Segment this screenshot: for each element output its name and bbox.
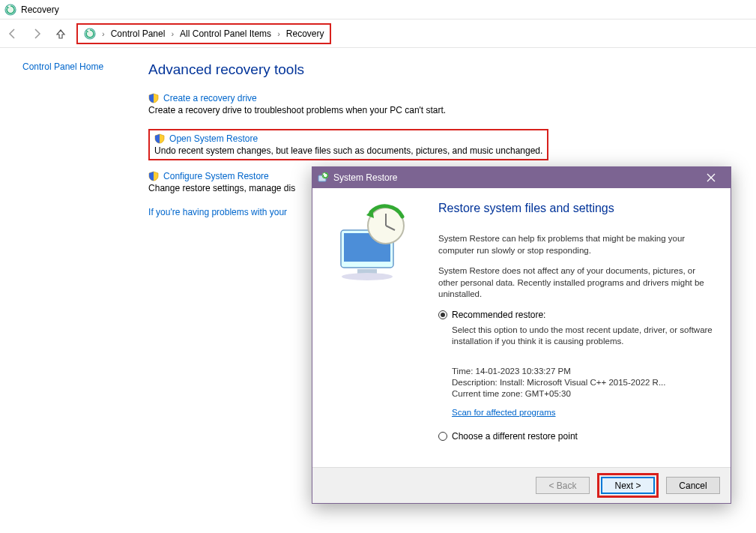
close-button[interactable]	[696, 167, 726, 188]
control-panel-home-link[interactable]: Control Panel Home	[22, 61, 103, 72]
window-title: Recovery	[21, 4, 59, 15]
recovery-breadcrumb-icon	[84, 28, 96, 40]
tool-description: Undo recent system changes, but leave fi…	[154, 145, 542, 156]
dialog-body: Restore system files and settings System…	[312, 188, 731, 467]
breadcrumb: › Control Panel › All Control Panel Item…	[76, 23, 331, 44]
breadcrumb-item[interactable]: Recovery	[286, 28, 324, 39]
radio-description: Select this option to undo the most rece…	[452, 325, 716, 348]
nav-forward-icon[interactable]	[28, 25, 45, 42]
system-restore-illustration	[327, 202, 417, 284]
chevron-right-icon: ›	[100, 29, 106, 38]
restore-timezone-label: Current time zone: GMT+05:30	[452, 389, 716, 398]
recovery-window-icon	[4, 4, 16, 16]
system-restore-dialog: System Restore Restore system files and …	[312, 166, 731, 504]
close-icon	[707, 173, 716, 182]
radio-icon	[438, 310, 447, 319]
nav-back-icon[interactable]	[4, 25, 21, 42]
dialog-heading: Restore system files and settings	[438, 202, 716, 215]
shield-icon	[148, 93, 159, 103]
tool-block-open-system-restore: Open System Restore Undo recent system c…	[148, 129, 548, 160]
tool-block-create-recovery-drive: Create a recovery drive Create a recover…	[148, 93, 734, 115]
restore-description-label: Description: Install: Microsoft Visual C…	[452, 378, 716, 387]
svg-point-7	[342, 273, 393, 280]
dialog-paragraph: System Restore does not affect any of yo…	[438, 265, 716, 301]
tool-description: Create a recovery drive to troubleshoot …	[148, 105, 734, 115]
sidebar: Control Panel Home	[22, 61, 103, 217]
nav-row: › Control Panel › All Control Panel Item…	[0, 19, 756, 48]
open-system-restore-link[interactable]: Open System Restore	[169, 133, 258, 144]
radio-label: Recommended restore:	[452, 310, 545, 320]
breadcrumb-item[interactable]: Control Panel	[111, 28, 166, 39]
next-button[interactable]: Next >	[601, 477, 655, 494]
create-recovery-drive-link[interactable]: Create a recovery drive	[163, 93, 257, 103]
help-link[interactable]: If you're having problems with your	[148, 207, 287, 217]
radio-recommended-restore[interactable]: Recommended restore:	[438, 310, 716, 320]
breadcrumb-item[interactable]: All Control Panel Items	[180, 28, 271, 39]
restore-time-label: Time: 14-01-2023 10:33:27 PM	[452, 367, 716, 376]
radio-label: Choose a different restore point	[452, 431, 578, 442]
shield-icon	[148, 171, 159, 181]
scan-affected-programs-link[interactable]: Scan for affected programs	[452, 408, 556, 417]
cancel-button[interactable]: Cancel	[666, 477, 720, 494]
dialog-illustration-pane	[327, 202, 425, 467]
radio-different-restore-point[interactable]: Choose a different restore point	[438, 431, 716, 442]
chevron-right-icon: ›	[276, 29, 282, 38]
shield-icon	[154, 133, 165, 144]
dialog-footer: < Back Next > Cancel	[312, 467, 731, 503]
radio-icon	[438, 432, 447, 441]
system-restore-dialog-icon	[317, 172, 329, 184]
nav-up-icon[interactable]	[52, 25, 69, 42]
dialog-title: System Restore	[333, 172, 692, 183]
dialog-paragraph: System Restore can help fix problems tha…	[438, 233, 716, 256]
next-button-highlight: Next >	[597, 473, 659, 498]
configure-system-restore-link[interactable]: Configure System Restore	[163, 171, 269, 181]
window-titlebar: Recovery	[0, 0, 756, 19]
chevron-right-icon: ›	[169, 29, 175, 38]
dialog-content-pane: Restore system files and settings System…	[438, 202, 716, 467]
page-heading: Advanced recovery tools	[148, 61, 734, 78]
dialog-titlebar[interactable]: System Restore	[312, 167, 731, 188]
back-button: < Back	[536, 477, 590, 494]
